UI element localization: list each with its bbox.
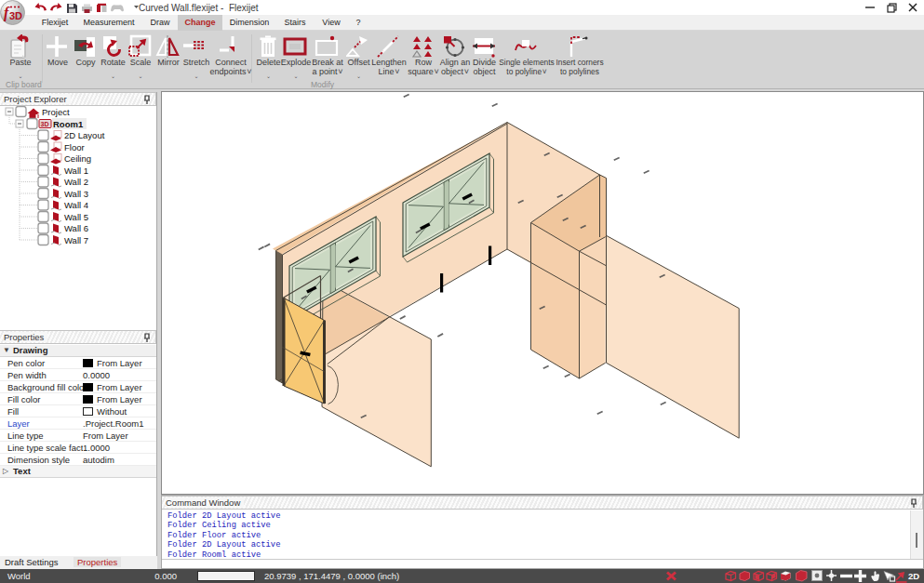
svg-text:3D: 3D bbox=[41, 121, 49, 127]
svg-text:Ceiling: Ceiling bbox=[64, 153, 91, 164]
svg-text:Project: Project bbox=[42, 107, 70, 117]
svg-text:2D: 2D bbox=[908, 571, 919, 581]
svg-text:Floor: Floor bbox=[64, 142, 85, 152]
svg-text:Wall 4: Wall 4 bbox=[64, 200, 88, 210]
svg-text:Wall 3: Wall 3 bbox=[64, 189, 88, 199]
svg-text:Wall 7: Wall 7 bbox=[64, 235, 88, 245]
svg-text:Wall 1: Wall 1 bbox=[64, 166, 88, 176]
svg-text:Wall 5: Wall 5 bbox=[64, 212, 88, 222]
svg-text:Wall 6: Wall 6 bbox=[64, 223, 88, 233]
svg-text:2D Layout: 2D Layout bbox=[64, 130, 105, 140]
svg-text:Wall 2: Wall 2 bbox=[64, 177, 88, 187]
svg-text:3D: 3D bbox=[9, 10, 22, 21]
svg-text:Room1: Room1 bbox=[53, 119, 84, 129]
